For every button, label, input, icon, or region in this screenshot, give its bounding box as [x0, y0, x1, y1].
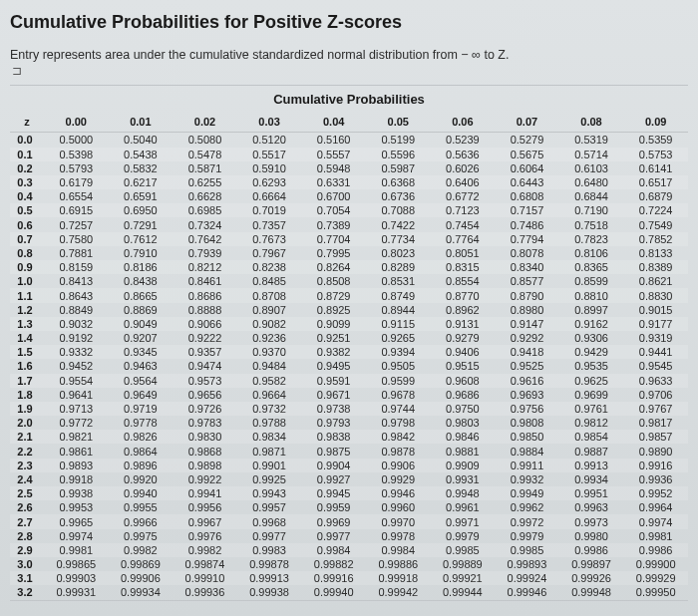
prob-cell: 0.9382: [301, 345, 366, 359]
z-cell: 2.0: [10, 416, 44, 430]
prob-cell: 0.5987: [366, 161, 431, 175]
col-header-0.00: 0.00: [44, 115, 109, 133]
prob-cell: 0.9984: [301, 543, 366, 557]
prob-cell: 0.9418: [495, 345, 559, 359]
prob-cell: 0.9591: [301, 374, 366, 388]
z-cell: 3.1: [10, 571, 44, 585]
prob-cell: 0.7673: [237, 232, 302, 246]
prob-cell: 0.5478: [173, 148, 237, 161]
prob-cell: 0.5279: [495, 133, 559, 148]
prob-cell: 0.9706: [623, 388, 688, 402]
prob-cell: 0.9826: [109, 430, 174, 444]
col-header-0.09: 0.09: [623, 115, 688, 133]
prob-cell: 0.9846: [431, 430, 496, 444]
prob-cell: 0.9608: [431, 374, 496, 388]
prob-cell: 0.7642: [173, 232, 237, 246]
prob-cell: 0.9890: [623, 444, 688, 458]
prob-cell: 0.99903: [44, 571, 109, 585]
prob-cell: 0.99865: [44, 557, 109, 571]
prob-cell: 0.6808: [495, 189, 559, 203]
prob-cell: 0.9808: [495, 416, 559, 430]
prob-cell: 0.8729: [301, 288, 366, 302]
prob-cell: 0.7054: [301, 203, 366, 217]
prob-cell: 0.6331: [301, 175, 366, 189]
prob-cell: 0.99910: [173, 571, 237, 585]
prob-cell: 0.7190: [559, 203, 624, 217]
page: Cumulative Probabilities for Positive Z-…: [0, 0, 698, 616]
z-cell: 2.2: [10, 444, 44, 458]
prob-cell: 0.8980: [495, 303, 559, 317]
table-row: 1.70.95540.95640.95730.95820.95910.95990…: [10, 374, 688, 388]
prob-cell: 0.9564: [109, 374, 174, 388]
prob-cell: 0.6517: [623, 175, 688, 189]
prob-cell: 0.9946: [366, 486, 431, 500]
table-row: 1.00.84130.84380.84610.84850.85080.85310…: [10, 274, 688, 288]
z-cell: 0.2: [10, 161, 44, 175]
prob-cell: 0.9761: [559, 402, 624, 416]
prob-cell: 0.9982: [109, 543, 174, 557]
prob-cell: 0.9693: [495, 388, 559, 402]
prob-cell: 0.6368: [366, 175, 431, 189]
col-header-0.04: 0.04: [301, 115, 366, 133]
prob-cell: 0.9979: [431, 529, 496, 543]
prob-cell: 0.8925: [301, 303, 366, 317]
prob-cell: 0.5239: [431, 133, 496, 148]
prob-cell: 0.6844: [559, 189, 624, 203]
prob-cell: 0.6879: [623, 189, 688, 203]
table-container: Cumulative Probabilities z0.000.010.020.…: [10, 85, 688, 600]
prob-cell: 0.8554: [431, 274, 496, 288]
col-header-0.07: 0.07: [495, 115, 559, 133]
prob-cell: 0.8485: [237, 274, 302, 288]
prob-cell: 0.9920: [109, 472, 174, 486]
z-cell: 0.8: [10, 246, 44, 260]
prob-cell: 0.9951: [559, 486, 624, 500]
prob-cell: 0.9656: [173, 388, 237, 402]
prob-cell: 0.9429: [559, 345, 624, 359]
prob-cell: 0.9633: [623, 374, 688, 388]
prob-cell: 0.5793: [44, 161, 109, 175]
col-header-0.03: 0.03: [237, 115, 302, 133]
prob-cell: 0.9345: [109, 345, 174, 359]
prob-cell: 0.9966: [109, 514, 174, 528]
z-cell: 2.8: [10, 529, 44, 543]
prob-cell: 0.99916: [301, 571, 366, 585]
table-row: 3.00.998650.998690.998740.998780.998820.…: [10, 557, 688, 571]
prob-cell: 0.9319: [623, 331, 688, 345]
prob-cell: 0.9082: [237, 317, 302, 331]
prob-cell: 0.9222: [173, 331, 237, 345]
prob-cell: 0.99950: [623, 585, 688, 599]
table-row: 0.10.53980.54380.54780.55170.55570.55960…: [10, 148, 688, 161]
prob-cell: 0.8869: [109, 303, 174, 317]
prob-cell: 0.8023: [366, 246, 431, 260]
prob-cell: 0.9554: [44, 374, 109, 388]
intro-text: Entry represents area under the cumulati…: [10, 47, 688, 63]
prob-cell: 0.9756: [495, 402, 559, 416]
prob-cell: 0.8315: [431, 260, 496, 274]
prob-cell: 0.9916: [623, 459, 688, 472]
table-banner: Cumulative Probabilities: [10, 86, 688, 115]
prob-cell: 0.9767: [623, 402, 688, 416]
z-cell: 2.7: [10, 514, 44, 528]
prob-cell: 0.99886: [366, 557, 431, 571]
z-cell: 1.9: [10, 402, 44, 416]
prob-cell: 0.9505: [366, 359, 431, 373]
prob-cell: 0.7549: [623, 217, 688, 231]
prob-cell: 0.8106: [559, 246, 624, 260]
prob-cell: 0.9980: [559, 529, 624, 543]
prob-cell: 0.9977: [237, 529, 302, 543]
prob-cell: 0.9964: [623, 500, 688, 514]
prob-cell: 0.7157: [495, 203, 559, 217]
col-header-0.01: 0.01: [109, 115, 174, 133]
prob-cell: 0.9616: [495, 374, 559, 388]
prob-cell: 0.9049: [109, 317, 174, 331]
prob-cell: 0.9357: [173, 345, 237, 359]
prob-cell: 0.6026: [431, 161, 496, 175]
prob-cell: 0.8365: [559, 260, 624, 274]
prob-cell: 0.9850: [495, 430, 559, 444]
prob-cell: 0.9370: [237, 345, 302, 359]
table-row: 2.30.98930.98960.98980.99010.99040.99060…: [10, 459, 688, 472]
prob-cell: 0.6736: [366, 189, 431, 203]
prob-cell: 0.9971: [431, 514, 496, 528]
prob-cell: 0.99869: [109, 557, 174, 571]
prob-cell: 0.9821: [44, 430, 109, 444]
